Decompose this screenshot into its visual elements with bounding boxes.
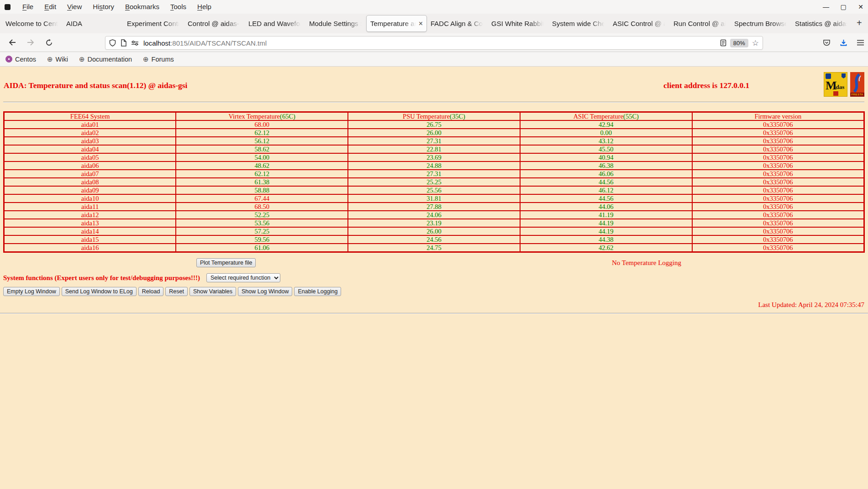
firmware-cell: 0x3350706 (692, 194, 864, 203)
virtex-temp-cell: 61.06 (176, 244, 348, 252)
tab-title: Module Settings S (309, 20, 363, 27)
menu-help[interactable]: Help (192, 0, 217, 14)
minimize-icon[interactable]: — (822, 3, 830, 10)
forward-button[interactable] (24, 36, 37, 49)
menu-view[interactable]: View (62, 0, 87, 14)
system-function-select[interactable]: Select required function (206, 273, 280, 282)
tab-close-icon[interactable]: × (419, 20, 423, 27)
tab-spectrum-browse[interactable]: Spectrum Browse (731, 14, 791, 33)
shield-icon[interactable] (109, 39, 116, 47)
menu-bookmarks[interactable]: Bookmarks (120, 0, 165, 14)
url-host: localhost (143, 39, 170, 47)
fee64-name-cell: aida05 (4, 153, 176, 161)
psu-temp-cell: 27.88 (348, 203, 520, 211)
enable-logging-button[interactable]: Enable Logging (294, 287, 341, 296)
tab-temperature-an[interactable]: Temperature an× (366, 15, 427, 32)
virtex-temp-cell: 53.56 (176, 219, 348, 227)
tab-run-control-ai[interactable]: Run Control @ ai (670, 14, 731, 33)
tab-welcome-to-cent[interactable]: Welcome to Cent (2, 14, 63, 33)
bookmark-label: Centos (15, 56, 36, 63)
virtex-temp-cell: 57.25 (176, 227, 348, 235)
back-button[interactable] (5, 36, 19, 49)
url-text[interactable]: localhost:8015/AIDA/TSCAN/TSCAN.tml (143, 39, 720, 47)
tab-system-wide-che[interactable]: System wide Che (548, 14, 609, 33)
menu-edit[interactable]: Edit (39, 0, 62, 14)
tab-module-settings-s[interactable]: Module Settings S (305, 14, 366, 33)
table-row: aida0762.1227.3146.060x3350706 (4, 170, 864, 178)
fresta-logo: FRESTA (850, 72, 864, 97)
table-row: aida1457.2526.0044.190x3350706 (4, 227, 864, 235)
bookmark-centos[interactable]: Centos (5, 56, 36, 63)
tab-led-and-wavefor[interactable]: LED and Wavefor (245, 14, 305, 33)
table-row: aida0356.1227.3143.120x3350706 (4, 137, 864, 145)
psu-temp-cell: 23.19 (348, 219, 520, 227)
psu-temp-cell: 25.56 (348, 186, 520, 194)
zoom-level-badge[interactable]: 80% (730, 39, 748, 47)
permissions-icon[interactable] (131, 40, 139, 46)
tab-gsi-white-rabbit[interactable]: GSI White Rabbit (488, 14, 548, 33)
show-variables-button[interactable]: Show Variables (189, 287, 236, 296)
reload-button[interactable] (42, 36, 56, 49)
tab-statistics-aidas[interactable]: Statistics @ aidas (791, 14, 852, 33)
menu-tools[interactable]: Tools (165, 0, 192, 14)
tab-experiment-contr[interactable]: Experiment Contr (123, 14, 184, 33)
navigation-bar: localhost:8015/AIDA/TSCAN/TSCAN.tml 80% … (0, 33, 868, 52)
centos-icon (5, 56, 12, 62)
column-header: Firmware version (692, 112, 864, 121)
tab-fadc-align-co[interactable]: FADC Align & Co (427, 14, 488, 33)
tab-title: FADC Align & Co (431, 20, 484, 27)
pocket-icon[interactable] (823, 39, 831, 47)
page-info-icon[interactable] (121, 39, 126, 47)
fee64-name-cell: aida09 (4, 186, 176, 194)
send-log-window-to-elog-button[interactable]: Send Log Window to ELog (62, 287, 137, 296)
virtex-temp-cell: 68.50 (176, 203, 348, 211)
tab-title: System wide Che (552, 20, 605, 27)
virtex-temp-cell: 62.12 (176, 129, 348, 137)
empty-log-window-button[interactable]: Empty Log Window (3, 287, 60, 296)
column-header: PSU Temperature(35C) (348, 112, 520, 121)
table-row: aida1353.5623.1944.190x3350706 (4, 219, 864, 227)
fee64-name-cell: aida03 (4, 137, 176, 145)
bookmark-star-icon[interactable]: ☆ (752, 38, 759, 48)
fee64-name-cell: aida02 (4, 129, 176, 137)
download-icon[interactable] (840, 39, 847, 47)
firmware-cell: 0x3350706 (692, 203, 864, 211)
firefox-window: FileEditViewHistoryBookmarksToolsHelp — … (0, 0, 868, 489)
tab-aida[interactable]: AIDA (63, 14, 123, 33)
reader-view-icon[interactable] (720, 39, 726, 47)
close-icon[interactable]: ✕ (857, 3, 864, 10)
show-log-window-button[interactable]: Show Log Window (238, 287, 293, 296)
asic-temp-cell: 44.06 (520, 203, 692, 211)
globe-icon: ⊕ (79, 55, 85, 63)
reload-button[interactable]: Reload (138, 287, 164, 296)
tab-control-aidas[interactable]: Control @ aidas- (184, 14, 245, 33)
bookmarks-toolbar: Centos⊕Wiki⊕Documentation⊕Forums (0, 52, 868, 67)
logging-status: No Temperature Logging (612, 259, 681, 267)
maximize-icon[interactable]: ▢ (840, 3, 847, 10)
bookmark-wiki[interactable]: ⊕Wiki (47, 55, 68, 63)
bookmark-forums[interactable]: ⊕Forums (143, 55, 174, 63)
firmware-cell: 0x3350706 (692, 178, 864, 186)
url-bar[interactable]: localhost:8015/AIDA/TSCAN/TSCAN.tml 80% … (105, 36, 763, 50)
midas-logo-triangle (826, 73, 831, 79)
new-tab-button[interactable]: + (852, 14, 867, 33)
psu-temp-cell: 24.75 (348, 244, 520, 252)
tab-title: GSI White Rabbit (491, 20, 545, 27)
table-row: aida1067.4431.8144.560x3350706 (4, 194, 864, 203)
system-functions-label: System functions (Expert users only for … (3, 274, 200, 282)
reset-button[interactable]: Reset (165, 287, 188, 296)
plot-temperature-button[interactable]: Plot Temperature file (196, 258, 256, 267)
fee64-name-cell: aida12 (4, 211, 176, 219)
bookmark-documentation[interactable]: ⊕Documentation (79, 55, 132, 63)
hamburger-menu-icon[interactable] (857, 39, 864, 46)
table-row: aida0554.0023.6940.940x3350706 (4, 153, 864, 161)
menu-history[interactable]: History (87, 0, 120, 14)
menu-file[interactable]: File (17, 0, 39, 14)
asic-temp-cell: 42.62 (520, 244, 692, 252)
column-header: ASIC Temperature(55C) (520, 112, 692, 121)
tab-asic-control-a[interactable]: ASIC Control @ a (609, 14, 670, 33)
psu-temp-cell: 31.81 (348, 194, 520, 203)
fee64-name-cell: aida16 (4, 244, 176, 252)
psu-temp-cell: 26.75 (348, 120, 520, 129)
bookmark-label: Forums (152, 56, 174, 63)
